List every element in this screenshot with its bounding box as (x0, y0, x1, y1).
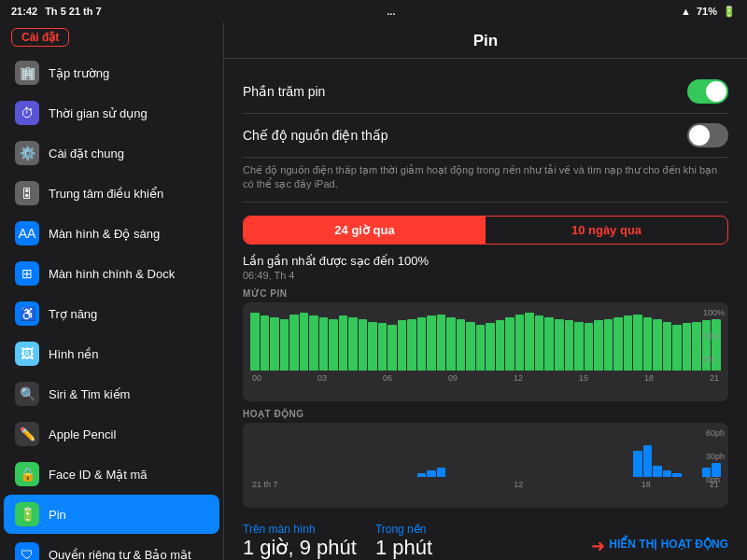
sidebar-item-man-hinh-chinh[interactable]: ⊞ Màn hình chính & Dock (4, 254, 219, 293)
icon-hinh-nen: 🖼 (15, 342, 39, 366)
y-label-0: 0% (703, 355, 725, 364)
battery-bar (683, 323, 692, 371)
activity-x-labels: 21 th 7 12 18 21 (250, 480, 721, 489)
battery-bar (505, 317, 514, 371)
sidebar-item-pin[interactable]: 🔋 Pin (4, 495, 219, 534)
time-tabs: 24 giờ qua 10 ngày qua (243, 216, 728, 245)
battery-bar (250, 313, 260, 371)
label-cai-dat-chung: Cài đặt chung (49, 147, 124, 161)
status-dots: ... (387, 6, 395, 17)
activity-bar (643, 445, 653, 477)
sidebar-item-apple-pencil[interactable]: ✏️ Apple Pencil (4, 414, 219, 454)
battery-bar (486, 323, 495, 371)
red-arrow-icon: ➜ (591, 536, 605, 556)
battery-bar (565, 320, 574, 370)
battery-bar (427, 315, 436, 371)
toggle-pin-pct[interactable] (687, 79, 728, 104)
sidebar-item-tap-truong[interactable]: 🏢 Tập trường (4, 53, 219, 92)
battery-bar (407, 319, 416, 371)
caidat-button[interactable]: Cài đặt (11, 28, 69, 47)
battery-bar (643, 317, 653, 371)
y-30ph: 30ph (706, 452, 725, 461)
icon-pin: 🔋 (15, 502, 39, 526)
icon-trung-tam: 🎛 (15, 181, 39, 205)
x-09: 09 (448, 373, 458, 383)
battery-bar (319, 317, 329, 371)
bg-stat: Trong nền 1 phút (375, 523, 432, 560)
battery-bar (280, 319, 289, 371)
bg-title: Trong nền (375, 523, 432, 536)
icon-man-hinh-chinh: ⊞ (15, 261, 39, 286)
battery-bar (515, 315, 525, 371)
y-60ph: 60ph (706, 428, 725, 438)
battery-bar (368, 322, 377, 371)
x-03: 03 (317, 373, 327, 383)
toggle-row-nguon: Chế độ nguồn điện thấp (243, 114, 728, 158)
battery-bar (672, 325, 682, 371)
xa-21th7: 21 th 7 (252, 480, 278, 489)
sidebar: Cài đặt 🏢 Tập trường ⏱ Thời gian sử dụng… (0, 22, 224, 560)
activity-bars (250, 430, 721, 477)
activity-bar (672, 473, 682, 477)
toggle-nguon[interactable] (687, 123, 728, 147)
x-18: 18 (644, 373, 654, 383)
battery-bar (300, 313, 309, 371)
sidebar-item-hinh-nen[interactable]: 🖼 Hình nền (4, 334, 219, 373)
toggle-row-pin-pct: Phần trăm pin (243, 70, 728, 114)
battery-bar (476, 325, 486, 371)
sidebar-item-siri[interactable]: 🔍 Siri & Tim kiếm (4, 374, 219, 413)
usage-stats: Trên màn hình 1 giờ, 9 phút Trong nền 1 … (243, 513, 728, 560)
activity-bar (417, 473, 427, 477)
battery-bar (309, 315, 318, 371)
chart-y-labels: 100% 50% 0% (703, 308, 725, 364)
screen-value: 1 giờ, 9 phút (243, 536, 357, 560)
icon-apple-pencil: ✏️ (15, 422, 39, 446)
tab-10d[interactable]: 10 ngày qua (486, 217, 727, 244)
y-label-100: 100% (703, 308, 725, 317)
battery-bar (574, 322, 584, 371)
battery-bar (398, 320, 407, 370)
battery-bar (594, 320, 603, 370)
activity-bar (653, 466, 662, 477)
battery-bar (339, 315, 348, 371)
icon-tro-nang: ♿ (15, 301, 39, 326)
tab-24h[interactable]: 24 giờ qua (244, 217, 486, 244)
battery-pct: 71% (697, 6, 717, 17)
y-label-50: 50% (703, 331, 725, 341)
sidebar-item-trung-tam[interactable]: 🎛 Trung tâm điều khiển (4, 174, 219, 213)
sidebar-item-man-hinh-do-sang[interactable]: AA Màn hình & Độ sáng (4, 214, 219, 253)
icon-face-id: 🔒 (15, 462, 39, 486)
x-15: 15 (579, 373, 588, 383)
battery-bar (437, 315, 446, 371)
x-00: 00 (252, 373, 261, 383)
battery-bar (359, 319, 368, 371)
battery-bar (348, 317, 358, 371)
content-body: Phần trăm pin Chế độ nguồn điện thấp Chế… (224, 59, 747, 560)
battery-bar (613, 317, 623, 371)
icon-cai-dat-chung: ⚙️ (15, 141, 39, 165)
activity-bar (663, 470, 672, 476)
battery-bar (446, 317, 456, 371)
label-thoi-gian: Thời gian sử dụng (49, 106, 148, 120)
sidebar-item-thoi-gian[interactable]: ⏱ Thời gian sử dụng (4, 93, 219, 133)
activity-chart: 60ph 30ph 0ph 21 th 7 12 18 21 (243, 423, 728, 508)
main-layout: Cài đặt 🏢 Tập trường ⏱ Thời gian sử dụng… (0, 22, 747, 560)
label-pin: Pin (49, 508, 66, 522)
screen-title: Trên màn hình (243, 523, 357, 536)
sidebar-item-tro-nang[interactable]: ♿ Trợ năng (4, 294, 219, 333)
sidebar-item-face-id[interactable]: 🔒 Face ID & Mật mã (4, 455, 219, 494)
sidebar-item-quyen-rieng-tu[interactable]: 🛡 Quyền riêng tư & Bảo mật (4, 535, 219, 560)
content-title: Pin (224, 22, 747, 59)
status-left: 21:42 Th 5 21 th 7 (11, 6, 102, 17)
activity-bar (437, 468, 446, 477)
xa-12: 12 (514, 480, 523, 489)
battery-bar (692, 322, 701, 371)
toggle-label-pin-pct: Phần trăm pin (243, 84, 325, 99)
label-tro-nang: Trợ năng (49, 307, 97, 321)
battery-bar (544, 317, 554, 371)
battery-bar (604, 319, 613, 371)
y-0ph: 0ph (706, 475, 725, 484)
sidebar-item-cai-dat-chung[interactable]: ⚙️ Cài đặt chung (4, 133, 219, 173)
time: 21:42 (11, 6, 37, 17)
show-activity-button[interactable]: HIỂN THỊ HOẠT ĐỘNG (609, 532, 728, 556)
